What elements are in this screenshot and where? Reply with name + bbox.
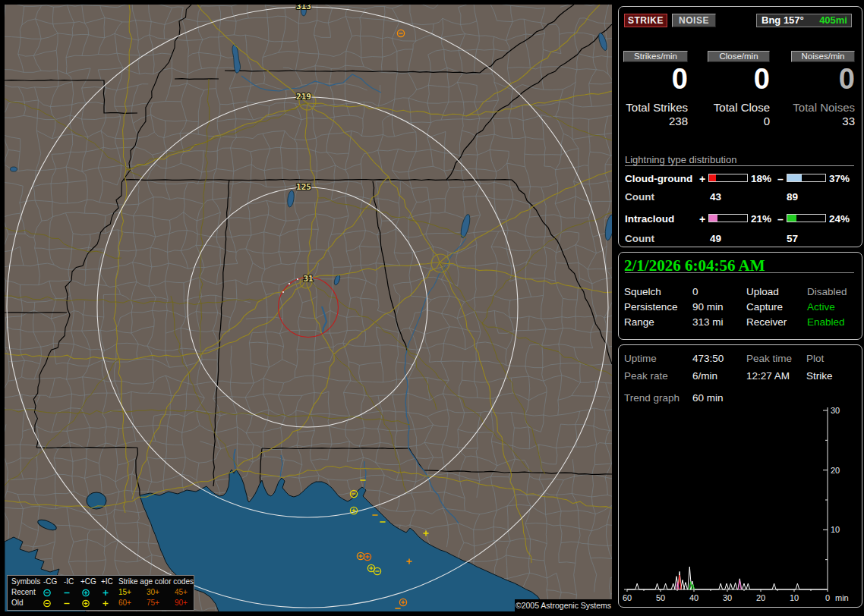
receiver-label: Receiver	[746, 316, 787, 328]
cloud-ground-label: Cloud-ground	[625, 173, 692, 184]
svg-text:30: 30	[723, 593, 732, 602]
noise-mode-button[interactable]: NOISE	[672, 14, 716, 27]
copyright-bar: ©2005 Astrogenic Systems	[515, 599, 612, 611]
ring-label-313: 313	[296, 5, 311, 11]
total-close-value: 0	[708, 115, 770, 127]
svg-text:40: 40	[689, 593, 698, 602]
noises-per-min-header[interactable]: Noises/min	[791, 51, 855, 62]
map-canvas[interactable]: 31321912531	[5, 5, 612, 611]
count-label: Count	[625, 191, 654, 203]
cg-plus-percent: 18%	[751, 173, 771, 184]
ring-label-219: 219	[296, 92, 311, 102]
peak-time-value: 12:27 AM	[746, 370, 790, 382]
svg-text:30: 30	[831, 406, 840, 415]
uptime-value: 473:50	[692, 353, 724, 364]
svg-text:50: 50	[656, 593, 665, 602]
total-strikes-label: Total Strikes	[623, 101, 688, 114]
distribution-divider	[625, 165, 854, 166]
legend-age-60: 60+	[118, 599, 131, 607]
cloud-ground-row: Cloud-ground + 18% – 37%	[625, 173, 856, 183]
total-noises-value: 33	[791, 115, 855, 127]
legend-age-30: 30+	[147, 588, 159, 596]
cg-plus-count: 43	[710, 191, 721, 203]
ic-minus-bar	[787, 214, 826, 222]
svg-text:20: 20	[756, 593, 765, 602]
squelch-label: Squelch	[624, 286, 661, 297]
intracloud-label: Intracloud	[625, 213, 674, 225]
svg-text:10: 10	[790, 593, 799, 602]
legend-symbols-label: Symbols	[11, 577, 40, 586]
peak-rate-value: 6/min	[692, 370, 717, 382]
plus-sign: +	[699, 173, 705, 185]
legend-age-title: Strike age color codes	[118, 577, 194, 586]
receiver-value: Enabled	[807, 316, 845, 328]
counters-panel: STRIKE NOISE Bng 157° 405mi Strikes/min …	[618, 6, 862, 247]
intracloud-count-row: Count 49 57	[625, 233, 856, 243]
plot-label: Plot	[806, 353, 824, 364]
distance-value: 405mi	[819, 14, 847, 27]
intracloud-row: Intracloud + 21% – 24%	[625, 213, 856, 223]
strikes-per-min-header[interactable]: Strikes/min	[623, 51, 688, 62]
minus-sign: –	[777, 213, 784, 225]
peak-rate-row: Peak rate 6/min 12:27 AM Strike	[624, 370, 856, 381]
legend-age-15: 15+	[118, 588, 131, 596]
range-value: 313 mi	[692, 316, 724, 328]
plus-sign: +	[699, 213, 705, 225]
svg-text:min: min	[835, 593, 849, 602]
cloud-ground-count-row: Count 43 89	[625, 191, 856, 201]
distribution-title: Lightning type distribution	[625, 154, 736, 165]
legend-age-45: 45+	[175, 588, 188, 596]
capture-label: Capture	[746, 301, 783, 313]
plot-value: Strike	[806, 370, 833, 382]
uptime-row: Uptime 473:50 Peak time Plot	[624, 353, 856, 363]
legend-age-75: 75+	[147, 599, 159, 607]
trend-y-ticks: 102030	[823, 406, 840, 560]
bearing-value: Bng 157°	[762, 14, 804, 27]
stats-panel: Uptime 473:50 Peak time Plot Peak rate 6…	[618, 344, 862, 608]
trend-series-strikes-total	[627, 567, 828, 589]
range-label: Range	[624, 316, 654, 328]
nexstorm-window: 31321912531 Symbols -CG -IC +CG +IC Stri…	[0, 0, 864, 616]
status-panel: 2/1/2026 6:04:56 AM Squelch 0 Upload Dis…	[618, 252, 862, 340]
peak-rate-label: Peak rate	[624, 370, 668, 382]
count-label: Count	[625, 233, 654, 244]
legend-col-ic-minus: -IC	[64, 577, 74, 586]
close-per-min-header[interactable]: Close/min	[708, 51, 770, 62]
ic-plus-percent: 21%	[751, 213, 771, 225]
legend-old-label: Old	[11, 599, 24, 607]
cg-minus-bar	[787, 174, 826, 182]
total-close-label: Total Close	[708, 101, 770, 114]
minus-sign: –	[777, 173, 784, 185]
ic-plus-bar	[708, 214, 748, 222]
peak-time-label: Peak time	[746, 353, 792, 364]
total-noises-label: Total Noises	[791, 101, 855, 114]
status-divider	[625, 272, 854, 273]
ic-plus-count: 49	[710, 233, 721, 244]
cg-plus-bar	[708, 174, 748, 182]
total-strikes-value: 238	[623, 115, 688, 127]
upload-value: Disabled	[807, 286, 847, 297]
ring-label-31: 31	[303, 274, 314, 284]
trend-graph-row: Trend graph 60 min	[624, 392, 856, 403]
ic-minus-percent: 24%	[829, 213, 850, 225]
legend-recent-label: Recent	[11, 588, 36, 596]
lightning-map[interactable]: 31321912531 Symbols -CG -IC +CG +IC Stri…	[5, 5, 612, 611]
trend-graph-label: Trend graph	[624, 392, 680, 404]
strikes-rate-value: 0	[623, 64, 688, 93]
trend-x-ticks: 6050403020100min	[623, 589, 849, 602]
trend-graph-value: 60 min	[692, 392, 724, 404]
svg-text:0: 0	[825, 593, 830, 602]
legend-col-cg-minus: -CG	[43, 577, 57, 586]
range-row: Range 313 mi Receiver Enabled	[624, 316, 856, 327]
legend-age-90: 90+	[175, 599, 188, 607]
squelch-value: 0	[692, 286, 698, 297]
bearing-distance-readout: Bng 157° 405mi	[756, 14, 852, 27]
persistence-value: 90 min	[692, 301, 724, 313]
squelch-row: Squelch 0 Upload Disabled	[624, 286, 856, 297]
ring-label-125: 125	[296, 182, 311, 192]
strike-mode-button[interactable]: STRIKE	[624, 14, 667, 27]
legend-col-ic-plus: +IC	[101, 577, 113, 586]
svg-text:10: 10	[831, 525, 840, 534]
svg-text:20: 20	[831, 466, 840, 475]
cg-minus-percent: 37%	[829, 173, 850, 184]
